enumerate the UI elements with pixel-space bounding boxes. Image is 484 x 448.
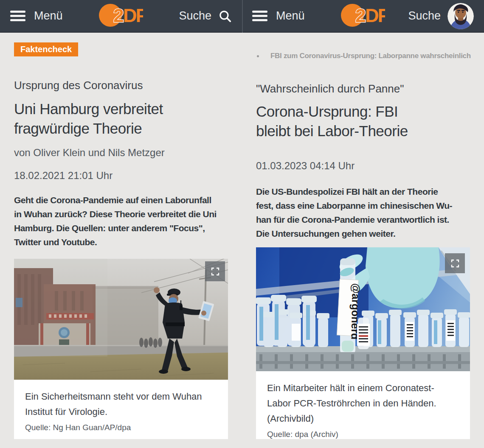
search-label: Suche bbox=[179, 9, 211, 22]
right-article-page: Menü 2 DF Suche bbox=[242, 0, 484, 448]
zdf-logo[interactable]: 2 DF bbox=[341, 3, 385, 29]
article-title: Uni Hamburg verbreitet fragwürdige Theor… bbox=[14, 99, 228, 138]
search-button[interactable]: Suche bbox=[179, 9, 232, 23]
right-app-header: Menü 2 DF Suche bbox=[242, 0, 484, 33]
zdf-logo-icon: 2 DF bbox=[341, 3, 385, 27]
expand-image-button[interactable] bbox=[445, 253, 465, 273]
breadcrumb[interactable]: FBI zum Coronavirus-Ursprung: Laborpanne… bbox=[256, 51, 470, 61]
screenshot-comparison: Menü 2 DF Suche Faktencheck Ursprung des… bbox=[0, 0, 484, 448]
search-icon bbox=[218, 9, 232, 23]
fullscreen-icon bbox=[450, 258, 460, 269]
avatar-icon bbox=[447, 3, 474, 29]
menu-button[interactable]: Menü bbox=[10, 9, 63, 22]
search-label: Suche bbox=[408, 9, 441, 22]
wuhan-institute-photo bbox=[14, 259, 228, 380]
logo-digit: 2 bbox=[113, 5, 124, 26]
logo-digit: 2 bbox=[355, 5, 366, 26]
image-caption: Ein Sicherheitsmann steht vor dem Wuhan … bbox=[25, 389, 217, 420]
article-image[interactable]: @argonerd bbox=[256, 247, 470, 371]
logo-letters: DF bbox=[123, 5, 143, 26]
fullscreen-icon bbox=[210, 266, 220, 277]
image-caption-card: Ein Mitarbeiter hält in einem Coronatest… bbox=[256, 371, 470, 439]
hamburger-icon bbox=[10, 11, 25, 21]
article-teaser: Geht die Corona-Pandemie auf einen Labor… bbox=[14, 193, 228, 249]
expand-image-button[interactable] bbox=[205, 261, 225, 281]
screenshot-seam bbox=[242, 0, 243, 33]
zdf-logo-icon: 2 DF bbox=[99, 3, 143, 27]
user-avatar[interactable] bbox=[447, 3, 474, 29]
search-button[interactable]: Suche bbox=[408, 3, 474, 29]
image-caption: Ein Mitarbeiter hält in einem Coronatest… bbox=[267, 381, 459, 426]
menu-label: Menü bbox=[34, 9, 63, 22]
article-byline: von Oliver Klein und Nils Metzger bbox=[14, 147, 228, 159]
breadcrumb-label: FBI zum Coronavirus-Ursprung: Laborpanne… bbox=[270, 51, 471, 61]
menu-button[interactable]: Menü bbox=[252, 9, 305, 22]
left-article-page: Menü 2 DF Suche Faktencheck Ursprung des… bbox=[0, 0, 242, 448]
article-kicker: Ursprung des Coronavirus bbox=[14, 79, 228, 92]
faktencheck-badge[interactable]: Faktencheck bbox=[14, 42, 78, 56]
hamburger-icon bbox=[252, 11, 267, 21]
article-kicker: "Wahrscheinlich durch Panne" bbox=[256, 82, 470, 95]
menu-label: Menü bbox=[276, 9, 305, 22]
tube-rack bbox=[256, 352, 470, 371]
logo-letters: DF bbox=[365, 5, 385, 26]
breadcrumb-bullet bbox=[257, 55, 259, 57]
article-date: 18.02.2021 21:01 Uhr bbox=[14, 170, 228, 182]
image-source: Quelle: Ng Han Guan/AP/dpa bbox=[25, 422, 217, 433]
article-date: 01.03.2023 04:14 Uhr bbox=[256, 160, 470, 172]
article-title: Corona-Ursprung: FBI bleibt bei Labor-Th… bbox=[256, 102, 470, 141]
image-caption-card: Ein Sicherheitsmann steht vor dem Wuhan … bbox=[14, 380, 228, 439]
article-teaser: Die US-Bundespolizei FBI hält an der The… bbox=[256, 185, 470, 241]
image-source: Quelle: dpa (Archiv) bbox=[267, 429, 459, 440]
article-image[interactable] bbox=[14, 259, 228, 380]
pcr-lab-photo: @argonerd bbox=[256, 247, 470, 371]
zdf-logo[interactable]: 2 DF bbox=[99, 3, 143, 29]
left-app-header: Menü 2 DF Suche bbox=[0, 0, 242, 33]
